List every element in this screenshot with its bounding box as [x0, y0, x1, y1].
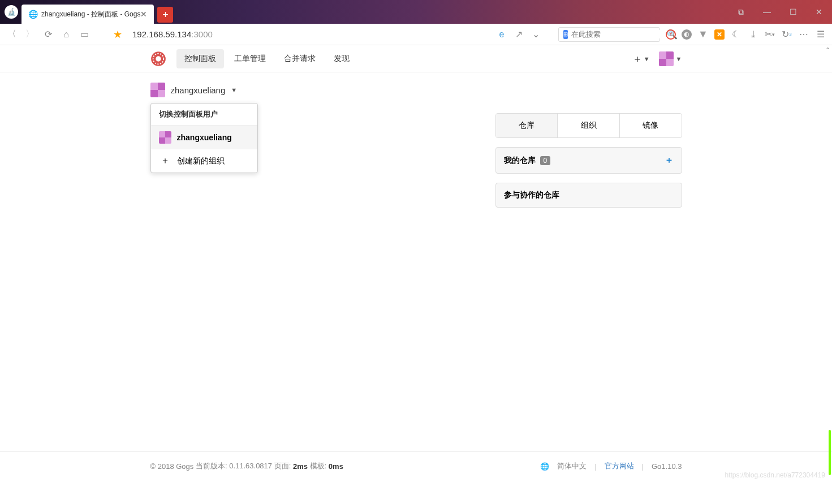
caret-down-icon: ▼: [644, 55, 650, 62]
url-port: :3000: [191, 29, 213, 39]
my-repos-panel: 我的仓库 0 ＋: [495, 147, 682, 174]
extension-icon-3[interactable]: ▼: [697, 29, 709, 40]
extension-icon-1[interactable]: Y: [666, 29, 676, 40]
version: 当前版本: 0.11.63.0817: [196, 461, 272, 471]
nav-explore[interactable]: 发现: [326, 49, 357, 68]
tab-title: zhangxueliang - 控制面板 - Gogs: [41, 10, 140, 19]
back-button[interactable]: 〈: [6, 28, 18, 41]
gogs-logo[interactable]: [150, 51, 166, 67]
app-icon: 🔬: [5, 5, 18, 19]
footer: © 2018 Gogs 当前版本: 0.11.63.0817 页面: 2ms 模…: [0, 451, 832, 480]
nav-issues[interactable]: 工单管理: [226, 49, 274, 68]
watermark: https://blog.csdn.net/a772304419: [725, 471, 825, 479]
user-context-selector[interactable]: zhangxueliang ▼: [150, 83, 682, 97]
restore-icon[interactable]: ↻3: [781, 29, 792, 40]
copyright: © 2018 Gogs: [150, 462, 194, 471]
dropdown-user-item[interactable]: zhangxueliang: [151, 126, 257, 149]
avatar: [150, 83, 165, 97]
dropdown-header: 切换控制面板用户: [151, 104, 257, 126]
more-icon[interactable]: ⋯: [798, 29, 809, 40]
tab-mirrors[interactable]: 镜像: [620, 114, 682, 137]
caret-down-icon: ▼: [231, 87, 237, 93]
plus-icon: ＋: [159, 155, 171, 167]
url-bar[interactable]: 192.168.59.134:3000: [132, 29, 213, 39]
extension-icon-2[interactable]: ◐: [682, 29, 692, 40]
browser-toolbar: 〈 〉 ⟳ ⌂ ▭ ★ 192.168.59.134:3000 e ↗ ⌄ ⊞ …: [0, 24, 832, 45]
page-label: 页面:: [274, 461, 291, 471]
home-button[interactable]: ⌂: [60, 28, 72, 41]
globe-icon: 🌐: [540, 462, 549, 471]
close-window-button[interactable]: ✕: [806, 0, 832, 24]
avatar: [659, 51, 674, 66]
window-controls: ⧉ — ☐ ✕: [728, 0, 832, 24]
close-icon[interactable]: ✕: [140, 10, 147, 19]
refresh-button[interactable]: ⟳: [42, 28, 54, 41]
username: zhangxueliang: [171, 85, 226, 95]
forward-button[interactable]: 〉: [24, 28, 36, 41]
scissors-icon[interactable]: ✂▾: [764, 29, 775, 40]
collab-repos-label: 参与协作的仓库: [504, 190, 559, 200]
tab-repos[interactable]: 仓库: [496, 114, 558, 137]
moon-icon[interactable]: ☾: [730, 29, 742, 40]
repo-count-badge: 0: [540, 156, 551, 165]
search-box[interactable]: ⊞ 🔍: [558, 27, 660, 42]
official-link[interactable]: 官方网站: [605, 461, 634, 471]
ie-mode-icon[interactable]: e: [496, 29, 507, 40]
scroll-indicator[interactable]: [829, 430, 831, 475]
lang-selector[interactable]: 简体中文: [557, 461, 587, 471]
context-dropdown: 切换控制面板用户 zhangxueliang ＋ 创建新的组织: [150, 103, 258, 173]
minimize-button[interactable]: —: [754, 0, 780, 24]
gogs-nav: 控制面板 工单管理 合并请求 发现: [176, 49, 357, 68]
template-label: 模板:: [310, 461, 327, 471]
add-repo-button[interactable]: ＋: [665, 154, 674, 166]
nav-dashboard[interactable]: 控制面板: [176, 49, 224, 68]
panel-icon[interactable]: ⧉: [728, 0, 754, 24]
repo-tabs: 仓库 组织 镜像: [495, 113, 682, 138]
bookmark-star-icon[interactable]: ★: [113, 28, 122, 41]
globe-icon: 🌐: [28, 10, 38, 19]
right-panel: 仓库 组织 镜像 我的仓库 0 ＋ 参与协作的仓库: [495, 113, 682, 208]
chevron-down-icon[interactable]: ⌄: [530, 29, 541, 40]
gogs-header: 控制面板 工单管理 合并请求 发现 ＋▼ ▼: [0, 45, 832, 72]
svg-point-2: [156, 56, 161, 61]
page-time: 2ms: [293, 462, 308, 471]
create-org-label: 创建新的组织: [177, 156, 225, 166]
maximize-button[interactable]: ☐: [780, 0, 806, 24]
dropdown-username: zhangxueliang: [177, 133, 232, 142]
search-input[interactable]: [571, 30, 666, 38]
url-host: 192.168.59.134: [132, 29, 191, 39]
dashboard: zhangxueliang ▼ 切换控制面板用户 zhangxueliang ＋…: [150, 83, 682, 97]
avatar: [159, 131, 171, 144]
user-dropdown[interactable]: ▼: [659, 51, 682, 66]
search-engine-icon: ⊞: [563, 30, 568, 39]
go-version: Go1.10.3: [652, 462, 682, 471]
my-repos-label: 我的仓库: [504, 156, 536, 166]
extension-icon-4[interactable]: ✕: [714, 29, 725, 40]
download-icon[interactable]: ⤓: [747, 29, 758, 40]
caret-down-icon: ▼: [676, 55, 682, 62]
new-tab-button[interactable]: +: [157, 7, 173, 23]
page-content: 控制面板 工单管理 合并请求 发现 ＋▼ ▼ zhangxueliang ▼ 切…: [0, 45, 832, 97]
nav-pulls[interactable]: 合并请求: [276, 49, 324, 68]
dropdown-create-org[interactable]: ＋ 创建新的组织: [151, 149, 257, 173]
scroll-up-icon[interactable]: ⌃: [823, 46, 832, 54]
template-time: 0ms: [329, 462, 343, 471]
tab-orgs[interactable]: 组织: [558, 114, 620, 137]
create-dropdown[interactable]: ＋▼: [632, 52, 650, 66]
share-icon[interactable]: ↗: [513, 29, 524, 40]
readmode-icon[interactable]: ▭: [78, 28, 90, 41]
browser-titlebar: 🔬 🌐 zhangxueliang - 控制面板 - Gogs ✕ + ⧉ — …: [0, 0, 832, 24]
collab-repos-panel: 参与协作的仓库: [495, 183, 682, 208]
browser-tab[interactable]: 🌐 zhangxueliang - 控制面板 - Gogs ✕: [21, 5, 154, 24]
menu-icon[interactable]: ☰: [815, 29, 826, 40]
